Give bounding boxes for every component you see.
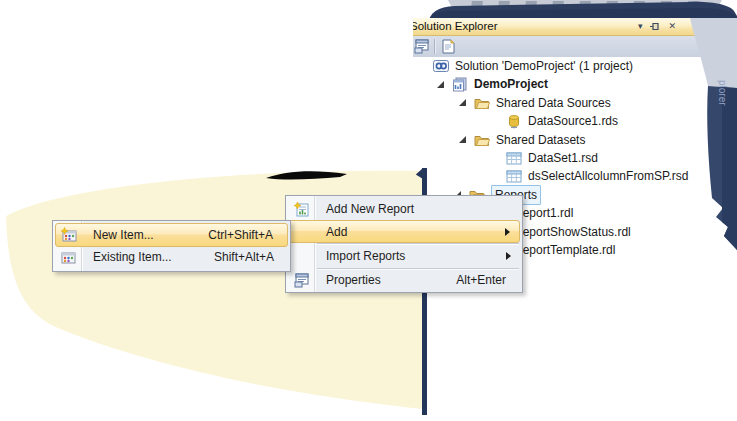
expanded-arrow-icon[interactable] (459, 99, 466, 106)
menu-item-import-reports[interactable]: Import Reports (288, 246, 520, 266)
menu-item-label: Existing Item... (93, 250, 172, 264)
expanded-arrow-icon[interactable] (437, 81, 444, 88)
menu-item-properties[interactable]: Properties Alt+Enter (288, 270, 520, 290)
solution-explorer-toolbar (413, 36, 707, 57)
close-panel-icon[interactable]: ✕ (668, 18, 676, 35)
menu-item-shortcut: Alt+Enter (456, 273, 506, 287)
expanded-arrow-icon[interactable] (459, 136, 466, 143)
dataset-table-icon (506, 169, 522, 185)
existing-item-icon (59, 249, 77, 265)
window-position-dropdown-icon[interactable]: ▾ (638, 18, 643, 35)
menu-item-label: Add (326, 225, 347, 239)
add-new-report-icon (292, 201, 310, 217)
show-all-files-icon (440, 39, 456, 55)
properties-icon (292, 272, 310, 288)
submenu-arrow-icon (505, 228, 510, 236)
add-submenu: New Item... Ctrl+Shift+A Existing Item..… (52, 220, 291, 272)
menu-item-label: Add New Report (326, 202, 414, 216)
tree-label[interactable]: Shared Data Sources (496, 94, 611, 112)
dataset-table-icon (506, 150, 522, 166)
new-item-icon (60, 227, 78, 243)
menu-separator (317, 243, 519, 244)
menu-item-label: Import Reports (326, 249, 405, 263)
properties-icon (414, 39, 430, 54)
menu-item-existing-item[interactable]: Existing Item... Shift+Alt+A (55, 246, 288, 268)
menu-item-add-new-report[interactable]: Add New Report (288, 198, 520, 220)
tree-label[interactable]: dsSelectAllcolumnFromSP.rsd (528, 167, 689, 185)
show-all-files-toolbar-button[interactable] (439, 38, 457, 55)
toolbar-divider (434, 39, 435, 54)
curl-vertical-text: plorer (717, 80, 728, 106)
tree-label[interactable]: ReportShowStatus.rdl (514, 223, 631, 241)
solution-explorer-titlebar[interactable]: Solution Explorer ▾ ✕ (413, 18, 712, 36)
page-curl-strip: plorer (684, 18, 737, 258)
menu-item-shortcut: Ctrl+Shift+A (208, 228, 273, 242)
page: { "window": { "title": "Solution Explore… (0, 0, 737, 421)
tree-label[interactable]: DataSource1.rds (528, 112, 618, 130)
auto-hide-pin-icon[interactable] (649, 18, 661, 36)
submenu-arrow-icon (506, 252, 511, 260)
tree-label[interactable]: ReportTemplate.rdl (514, 241, 615, 259)
menu-item-new-item[interactable]: New Item... Ctrl+Shift+A (55, 223, 288, 247)
folder-open-icon (474, 95, 490, 111)
tree-label[interactable]: Shared Datasets (496, 131, 585, 149)
menu-item-add[interactable]: Add (288, 220, 520, 243)
context-menu: Add New Report Add Import Reports Proper… (285, 195, 523, 293)
solution-icon (433, 58, 449, 74)
properties-toolbar-button[interactable] (413, 38, 431, 55)
menu-item-shortcut: Shift+Alt+A (214, 250, 274, 264)
tree-label[interactable]: DemoProject (474, 75, 548, 93)
tree-label[interactable]: Solution 'DemoProject' (1 project) (455, 57, 633, 75)
menu-separator (317, 268, 519, 269)
folder-open-icon (474, 132, 490, 148)
data-source-icon (506, 113, 522, 129)
project-icon (452, 77, 468, 93)
menu-item-label: Properties (326, 273, 381, 287)
tree-label[interactable]: DataSet1.rsd (528, 149, 598, 167)
menu-item-label: New Item... (93, 228, 154, 242)
